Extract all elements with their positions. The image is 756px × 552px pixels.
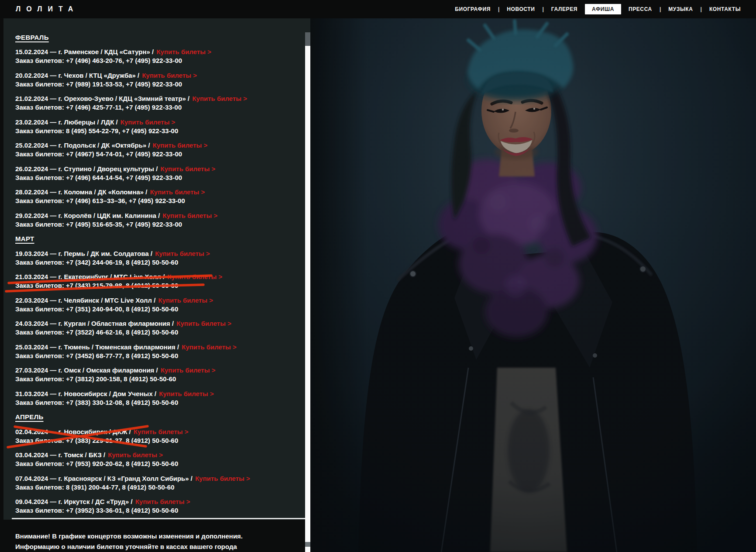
concert-entry: 25.02.2024 — г. Подольск / ДК «Октябрь» … bbox=[15, 141, 297, 159]
concert-line: 07.04.2024 — г. Красноярск / КЗ «Гранд Х… bbox=[15, 474, 297, 483]
buy-tickets-link[interactable]: Купить билеты > bbox=[150, 188, 205, 196]
nav-item-active-afisha[interactable]: АФИША bbox=[585, 4, 621, 14]
concert-entry: 22.03.2024 — г. Челябинск / МТС Live Хол… bbox=[15, 296, 297, 314]
concert-entry: 15.02.2024 — г. Раменское / КДЦ «Сатурн»… bbox=[15, 48, 297, 65]
concert-date-city-venue: 24.03.2024 — г. Курган / Областная филар… bbox=[15, 320, 175, 327]
nav-separator: | bbox=[660, 6, 661, 12]
ticket-order-phones: Заказ билетов: +7 (953) 920-20-62, 8 (49… bbox=[15, 459, 297, 468]
scrollbar-track[interactable] bbox=[305, 32, 310, 552]
buy-tickets-link[interactable]: Купить билеты > bbox=[120, 118, 175, 126]
ticket-order-phones: Заказ билетов: +7 (496) 425-77-11, +7 (4… bbox=[15, 103, 297, 112]
concert-entry: 25.03.2024 — г. Тюмень / Тюменская филар… bbox=[15, 343, 297, 360]
concert-line: 21.03.2024 — г. Екатеринбург / МТС Live … bbox=[15, 273, 297, 281]
ticket-order-phones: Заказ билетов: 8 (391) 200-44-77, 8 (491… bbox=[15, 483, 297, 492]
concert-entry: 19.03.2024 — г. Пермь / ДК им. Солдатова… bbox=[15, 249, 297, 267]
concert-date-city-venue: 22.03.2024 — г. Челябинск / МТС Live Хол… bbox=[15, 297, 158, 304]
buy-tickets-link[interactable]: Купить билеты > bbox=[163, 212, 218, 219]
concert-date-city-venue: 09.04.2024 — г. Иркутск / ДС «Труд» / bbox=[15, 498, 134, 505]
nav-separator: | bbox=[701, 6, 702, 12]
concert-line: 09.04.2024 — г. Иркутск / ДС «Труд» / Ку… bbox=[15, 497, 297, 506]
ticket-order-phones: Заказ билетов: +7 (3952) 33-36-01, 8 (49… bbox=[15, 506, 297, 515]
ticket-order-phones: Заказ билетов: +7 (3522) 46-62-16, 8 (49… bbox=[15, 328, 297, 337]
concert-entry: 03.04.2024 — г. Томск / БКЗ / Купить бил… bbox=[15, 451, 297, 468]
concert-line: 28.02.2024 — г. Коломна / ДК «Коломна» /… bbox=[15, 188, 297, 197]
footer-notice: Внимание! В графике концертов возможны и… bbox=[0, 520, 310, 552]
scrollbar-thumb[interactable] bbox=[305, 32, 310, 46]
concert-date-city-venue: 07.04.2024 — г. Красноярск / КЗ «Гранд Х… bbox=[15, 475, 194, 482]
concert-entry: 27.03.2024 — г. Омск / Омская филармония… bbox=[15, 366, 297, 383]
ticket-order-phones: Заказ билетов: +7 (351) 240-94-00, 8 (49… bbox=[15, 305, 297, 314]
concert-line: 02.04.2024 — г. Новосибирск / ДКЖ / Купи… bbox=[15, 428, 297, 436]
concert-line: 29.02.2024 — г. Королёв / ЦДК им. Калини… bbox=[15, 211, 297, 220]
nav-item[interactable]: МУЗЫКА bbox=[668, 6, 693, 12]
ticket-order-phones: Заказ билетов: +7 (383) 330-12-08, 8 (49… bbox=[15, 398, 297, 407]
month-heading: АПРЕЛЬ bbox=[15, 413, 297, 421]
concert-entry: 09.04.2024 — г. Иркутск / ДС «Труд» / Ку… bbox=[15, 497, 297, 515]
nav-item[interactable]: ГАЛЕРЕЯ bbox=[551, 6, 577, 12]
concert-entry: 24.03.2024 — г. Курган / Областная филар… bbox=[15, 319, 297, 337]
concert-line: 03.04.2024 — г. Томск / БКЗ / Купить бил… bbox=[15, 451, 297, 459]
concert-date-city-venue: 19.03.2024 — г. Пермь / ДК им. Солдатова… bbox=[15, 250, 154, 257]
buy-tickets-link[interactable]: Купить билеты > bbox=[158, 297, 213, 304]
concert-entry-cancelled: 02.04.2024 — г. Новосибирск / ДКЖ / Купи… bbox=[15, 428, 297, 445]
concert-date-city-venue: 03.04.2024 — г. Томск / БКЗ / bbox=[15, 451, 107, 459]
nav-item[interactable]: ПРЕССА bbox=[629, 6, 652, 12]
nav-items: БИОГРАФИЯ|НОВОСТИ|ГАЛЕРЕЯАФИШАПРЕССА|МУЗ… bbox=[455, 0, 741, 18]
concert-line: 15.02.2024 — г. Раменское / КДЦ «Сатурн»… bbox=[15, 48, 297, 56]
buy-tickets-link[interactable]: Купить билеты > bbox=[168, 273, 223, 280]
concert-line: 22.03.2024 — г. Челябинск / МТС Live Хол… bbox=[15, 296, 297, 305]
concert-date-city-venue: 25.02.2024 — г. Подольск / ДК «Октябрь» … bbox=[15, 141, 152, 149]
concert-date-city-venue: 23.02.2024 — г. Люберцы / ЛДК / bbox=[15, 118, 120, 126]
concert-date-city-venue: 21.02.2024 — г. Орехово-Зуево / КДЦ «Зим… bbox=[15, 95, 191, 102]
concert-date-city-venue: 20.02.2024 — г. Чехов / КТЦ «Дружба» / bbox=[15, 72, 141, 79]
buy-tickets-link[interactable]: Купить билеты > bbox=[156, 48, 211, 55]
scrollbar-bottom-chip[interactable] bbox=[305, 542, 310, 547]
concert-line: 31.03.2024 — г. Новосибирск / Дом Ученых… bbox=[15, 390, 297, 398]
nav-item[interactable]: БИОГРАФИЯ bbox=[455, 6, 491, 12]
concert-line: 25.02.2024 — г. Подольск / ДК «Октябрь» … bbox=[15, 141, 297, 150]
concert-date-city-venue: 26.02.2024 — г. Ступино / Дворец культур… bbox=[15, 165, 160, 172]
buy-tickets-link[interactable]: Купить билеты > bbox=[182, 343, 237, 351]
concert-date-city-venue: 15.02.2024 — г. Раменское / КДЦ «Сатурн»… bbox=[15, 48, 155, 55]
concert-date-city-venue: 29.02.2024 — г. Королёв / ЦДК им. Калини… bbox=[15, 212, 162, 219]
ticket-order-phones: Заказ билетов: +7 (343) 215-79-98, 8 (49… bbox=[15, 281, 297, 290]
nav-item[interactable]: НОВОСТИ bbox=[507, 6, 535, 12]
ticket-order-phones: Заказ билетов: +7 (3452) 68-77-77, 8 (49… bbox=[15, 352, 297, 360]
concert-line: 21.02.2024 — г. Орехово-Зуево / КДЦ «Зим… bbox=[15, 94, 297, 103]
concert-line: 26.02.2024 — г. Ступино / Дворец культур… bbox=[15, 165, 297, 173]
ticket-order-phones: Заказ билетов: +7 (495) 516-65-35, +7 (4… bbox=[15, 220, 297, 229]
ticket-order-phones: Заказ билетов: +7 (496) 644-14-54, +7 (4… bbox=[15, 173, 297, 182]
nav-item[interactable]: КОНТАКТЫ bbox=[709, 6, 741, 12]
photo-dark-wash bbox=[310, 18, 756, 552]
concert-line: 25.03.2024 — г. Тюмень / Тюменская филар… bbox=[15, 343, 297, 352]
concert-entry: 28.02.2024 — г. Коломна / ДК «Коломна» /… bbox=[15, 188, 297, 205]
buy-tickets-link[interactable]: Купить билеты > bbox=[195, 475, 250, 482]
buy-tickets-link[interactable]: Купить билеты > bbox=[153, 141, 208, 149]
buy-tickets-link[interactable]: Купить билеты > bbox=[159, 390, 214, 397]
month-heading: ФЕВРАЛЬ bbox=[15, 33, 297, 42]
concert-entry: 21.02.2024 — г. Орехово-Зуево / КДЦ «Зим… bbox=[15, 94, 297, 112]
buy-tickets-link[interactable]: Купить билеты > bbox=[134, 428, 189, 435]
concert-entry: 26.02.2024 — г. Ступино / Дворец культур… bbox=[15, 165, 297, 182]
concert-entry: 29.02.2024 — г. Королёв / ЦДК им. Калини… bbox=[15, 211, 297, 229]
concert-entry: 20.02.2024 — г. Чехов / КТЦ «Дружба» / К… bbox=[15, 71, 297, 89]
buy-tickets-link[interactable]: Купить билеты > bbox=[176, 320, 231, 327]
month-heading: МАРТ bbox=[15, 235, 297, 243]
concert-entry: 07.04.2024 — г. Красноярск / КЗ «Гранд Х… bbox=[15, 474, 297, 492]
buy-tickets-link[interactable]: Купить билеты > bbox=[161, 366, 216, 374]
concert-entry-cancelled: 21.03.2024 — г. Екатеринбург / МТС Live … bbox=[15, 273, 297, 290]
buy-tickets-link[interactable]: Купить билеты > bbox=[142, 72, 197, 79]
buy-tickets-link[interactable]: Купить билеты > bbox=[108, 451, 163, 459]
buy-tickets-link[interactable]: Купить билеты > bbox=[135, 498, 190, 505]
buy-tickets-link[interactable]: Купить билеты > bbox=[192, 95, 247, 102]
concert-line: 24.03.2024 — г. Курган / Областная филар… bbox=[15, 319, 297, 328]
ticket-order-phones: Заказ билетов: +7 (496) 463-20-76, +7 (4… bbox=[15, 56, 297, 65]
concert-entry: 31.03.2024 — г. Новосибирск / Дом Ученых… bbox=[15, 390, 297, 407]
panel-bottom-divider bbox=[12, 518, 310, 519]
buy-tickets-link[interactable]: Купить билеты > bbox=[161, 165, 216, 172]
concert-line: 19.03.2024 — г. Пермь / ДК им. Солдатова… bbox=[15, 249, 297, 258]
concert-line: 27.03.2024 — г. Омск / Омская филармония… bbox=[15, 366, 297, 375]
site-logo[interactable]: ЛОЛИТА bbox=[16, 5, 79, 13]
schedule-scroll-area[interactable]: ФЕВРАЛЬ15.02.2024 — г. Раменское / КДЦ «… bbox=[3, 18, 310, 520]
buy-tickets-link[interactable]: Купить билеты > bbox=[155, 250, 210, 257]
